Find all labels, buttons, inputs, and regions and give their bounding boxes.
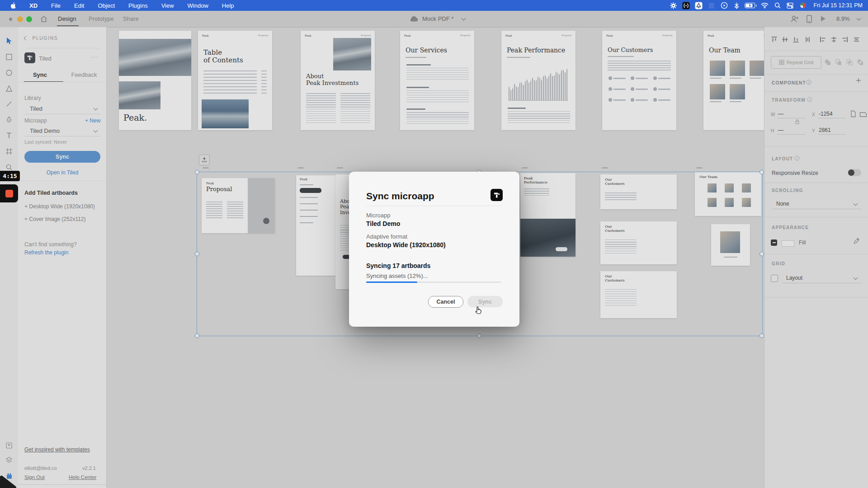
menu-plugins[interactable]: Plugins	[125, 2, 151, 9]
syncing-status-text: Syncing assets (12%)...	[366, 272, 428, 279]
progress-track	[366, 282, 501, 283]
sync-button-disabled[interactable]: Sync	[467, 296, 503, 307]
syncing-heading: Syncing 17 artboards	[366, 262, 430, 269]
cancel-button[interactable]: Cancel	[428, 296, 463, 308]
dialog-divider	[366, 206, 502, 206]
sync-microapp-dialog: Sync microapp Microapp Tiled Demo Adapti…	[349, 172, 519, 327]
screen-record-icon[interactable]	[719, 1, 730, 9]
menu-view[interactable]: View	[158, 2, 178, 9]
macos-menu-bar: XD File Edit Object Plugins View Window …	[0, 0, 868, 11]
recording-timer-badge: 4:15	[0, 171, 20, 181]
dimmed-app-icon[interactable]	[706, 1, 717, 9]
dialog-title: Sync microapp	[366, 191, 434, 202]
tiled-logo	[491, 189, 503, 201]
format-label: Adaptive format	[366, 233, 407, 240]
menu-file[interactable]: File	[47, 2, 64, 9]
bluetooth-icon[interactable]	[731, 1, 742, 9]
settings-gear-icon[interactable]	[668, 1, 679, 9]
menu-help[interactable]: Help	[218, 2, 238, 9]
menu-edit[interactable]: Edit	[71, 2, 88, 9]
menu-window[interactable]: Window	[184, 2, 212, 9]
recording-stop-button[interactable]	[0, 184, 18, 202]
apple-menu[interactable]	[6, 2, 19, 9]
format-value: Desktop Wide (868x488)	[366, 241, 446, 249]
control-center-icon[interactable]	[785, 1, 796, 9]
wifi-icon[interactable]	[760, 1, 770, 9]
meet-status-icon[interactable]	[797, 1, 808, 9]
menu-clock[interactable]: Fri Jul 15 12:31 PM	[810, 2, 866, 9]
microapp-label: Microapp	[366, 212, 390, 219]
camo-app-icon[interactable]	[681, 1, 692, 9]
microapp-value: Tiled Demo	[366, 220, 400, 227]
menu-object[interactable]: Object	[94, 2, 118, 9]
drafts-app-icon[interactable]	[693, 1, 704, 9]
spotlight-search-icon[interactable]	[772, 1, 783, 9]
menu-app-name[interactable]: XD	[26, 2, 41, 9]
hand-cursor	[474, 305, 484, 315]
progress-fill	[366, 282, 417, 283]
battery-icon[interactable]	[744, 1, 758, 9]
